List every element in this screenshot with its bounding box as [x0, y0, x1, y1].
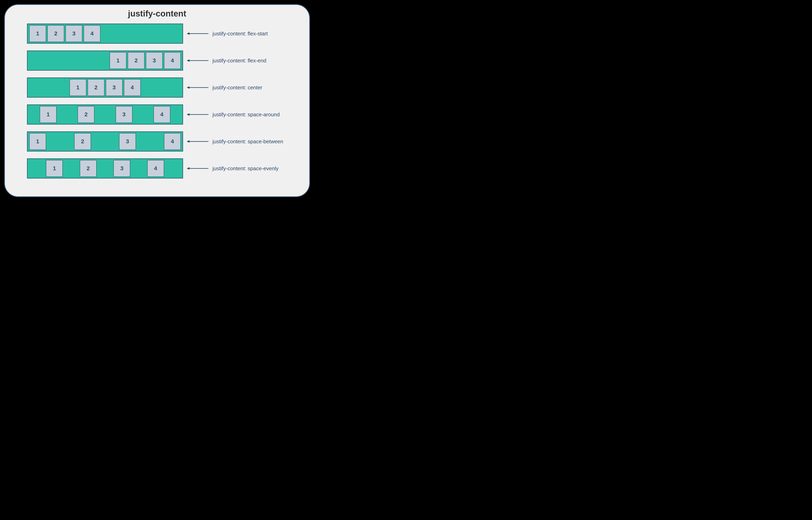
arrow-left-icon: [187, 85, 209, 89]
flex-item: 2: [80, 160, 97, 177]
flex-item: 4: [164, 52, 181, 69]
example-row-space-around: 1 2 3 4 justify-content: space-around: [27, 104, 301, 125]
example-row-center: 1 2 3 4 justify-content: center: [27, 77, 301, 98]
flex-container: 1 2 3 4: [27, 104, 183, 125]
svg-marker-3: [187, 59, 190, 62]
flex-item: 2: [128, 52, 145, 69]
flex-item: 1: [70, 79, 87, 96]
example-rows: 1 2 3 4 justify-content: flex-start 1 2 …: [13, 24, 301, 179]
flex-item: 3: [119, 133, 136, 150]
flex-item: 2: [77, 106, 95, 123]
arrow-left-icon: [187, 166, 209, 171]
svg-marker-5: [187, 86, 190, 89]
page-title: justify-content: [13, 9, 301, 19]
flex-container: 1 2 3 4: [27, 77, 183, 98]
flex-item: 4: [153, 106, 170, 123]
diagram-panel: justify-content 1 2 3 4 justify-content:…: [4, 4, 310, 197]
flex-item: 3: [66, 25, 82, 42]
flex-item: 3: [106, 79, 123, 96]
flex-item: 3: [114, 160, 130, 177]
svg-marker-9: [187, 140, 190, 143]
flex-container: 1 2 3 4: [27, 158, 183, 179]
svg-marker-1: [187, 32, 190, 35]
svg-marker-11: [187, 167, 190, 170]
flex-item: 3: [116, 106, 132, 123]
row-label: justify-content: space-evenly: [213, 165, 278, 172]
flex-item: 2: [74, 133, 91, 150]
flex-item: 4: [124, 79, 141, 96]
flex-item: 1: [46, 160, 63, 177]
arrow-left-icon: [187, 112, 209, 116]
flex-item: 4: [83, 25, 100, 42]
svg-marker-7: [187, 113, 190, 116]
row-label: justify-content: center: [213, 84, 262, 91]
flex-item: 4: [164, 133, 181, 150]
flex-item: 1: [40, 106, 56, 123]
row-label: justify-content: flex-end: [213, 57, 266, 64]
flex-item: 4: [147, 160, 164, 177]
example-row-space-between: 1 2 3 4 justify-content: space-between: [27, 131, 301, 152]
example-row-flex-end: 1 2 3 4 justify-content: flex-end: [27, 51, 301, 71]
row-label: justify-content: flex-start: [213, 31, 268, 37]
flex-container: 1 2 3 4: [27, 24, 183, 44]
arrow-left-icon: [187, 139, 209, 144]
arrow-left-icon: [187, 58, 209, 62]
flex-item: 3: [146, 52, 163, 69]
flex-item: 2: [47, 25, 64, 42]
row-label: justify-content: space-between: [213, 138, 283, 145]
arrow-left-icon: [187, 32, 209, 35]
flex-container: 1 2 3 4: [27, 51, 183, 71]
example-row-flex-start: 1 2 3 4 justify-content: flex-start: [27, 24, 301, 44]
flex-item: 2: [88, 79, 104, 96]
row-label: justify-content: space-around: [213, 111, 280, 118]
flex-item: 1: [109, 52, 126, 69]
flex-container: 1 2 3 4: [27, 131, 183, 152]
example-row-space-evenly: 1 2 3 4 justify-content: space-evenly: [27, 158, 301, 179]
flex-item: 1: [29, 133, 46, 150]
flex-item: 1: [29, 25, 46, 42]
